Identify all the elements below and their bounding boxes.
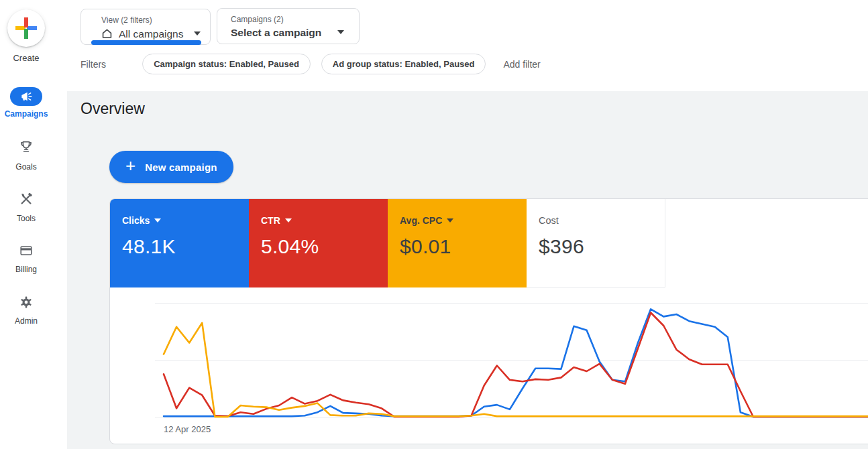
new-campaign-button[interactable]: + New campaign [109,151,233,183]
chevron-down-icon [154,218,161,222]
chart-line-ctr [164,313,868,418]
filters-label: Filters [80,59,106,70]
chart-line-clicks [164,309,868,417]
sidebar-item-label: Tools [0,214,52,223]
sidebar-item-label: Campaigns [0,109,52,119]
create-label: Create [0,53,52,63]
scorecard-value: $0.01 [400,235,527,258]
campaign-selector-value: Select a campaign [231,26,321,40]
tools-icon [19,192,34,206]
scorecard-label: Avg. CPC [400,215,442,226]
view-selector-active-underline [91,40,201,45]
sidebar-item-label: Admin [0,316,52,326]
scorecard-label: CTR [261,215,280,226]
scorecard-value: $396 [539,235,665,258]
view-selector[interactable]: View (2 filters) All campaigns [80,9,211,45]
chevron-down-icon [285,218,292,222]
campaign-selector[interactable]: Campaigns (2) Select a campaign [217,8,360,44]
chart-line-avg-cpc [164,323,868,417]
scorecard-ctr[interactable]: CTR 5.04% [249,199,388,287]
scorecard-clicks[interactable]: Clicks 48.1K [110,199,249,287]
x-axis-start-tick: 12 Apr 2025 [164,424,211,434]
scorecard-avg-cpc[interactable]: Avg. CPC $0.01 [388,199,527,287]
chevron-down-icon [447,218,453,222]
filter-chip-campaign-status[interactable]: Campaign status: Enabled, Paused [142,54,311,74]
sidebar: Create Campaigns Goals [0,0,67,449]
scorecard-row: Clicks 48.1K CTR 5.04% Avg. CPC $0.01 Co… [110,199,665,287]
gear-icon [19,295,34,310]
billing-card-icon [19,243,34,258]
home-icon [101,27,113,40]
plus-icon: + [125,157,135,174]
overview-card: Clicks 48.1K CTR 5.04% Avg. CPC $0.01 Co… [109,198,868,444]
filters-bar: Filters Campaign status: Enabled, Paused… [80,54,541,74]
add-filter-button[interactable]: Add filter [503,59,540,70]
google-plus-icon [15,17,38,40]
create-button[interactable] [7,9,45,47]
scorecard-value: 48.1K [122,235,249,258]
scorecard-label: Cost [539,215,559,226]
trophy-icon [19,139,34,154]
filter-chip-adgroup-status[interactable]: Ad group status: Enabled, Paused [321,54,486,74]
view-selector-value: All campaigns [119,27,184,41]
megaphone-icon [19,90,33,103]
scorecard-value: 5.04% [261,235,388,258]
scorecard-cost[interactable]: Cost $396 [527,199,665,287]
chevron-down-icon [194,31,201,36]
sidebar-item-label: Billing [0,265,52,274]
sidebar-item-label: Goals [0,162,52,172]
page-title: Overview [80,100,145,118]
campaigns-active-pill [10,87,42,106]
view-selector-label: View (2 filters) [101,15,152,25]
scorecard-label: Clicks [122,215,150,226]
new-campaign-label: New campaign [145,162,217,173]
campaign-selector-label: Campaigns (2) [231,15,284,24]
chevron-down-icon [337,30,344,34]
